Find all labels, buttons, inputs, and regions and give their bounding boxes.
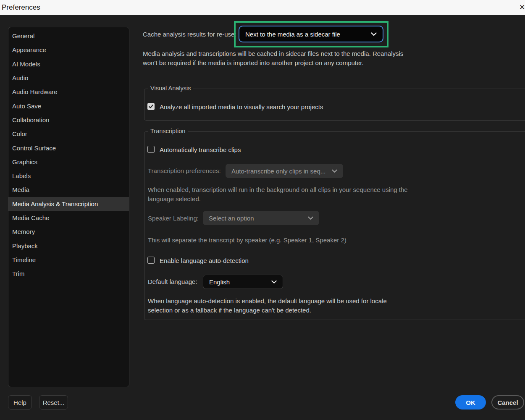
auto-transcribe-checkbox[interactable] — [147, 146, 155, 153]
cache-analysis-dropdown-value: Next to the media as a sidecar file — [245, 31, 340, 38]
close-icon[interactable]: ✕ — [519, 3, 525, 12]
sidebar-item-media-cache[interactable]: Media Cache — [8, 211, 129, 225]
sidebar-item-trim[interactable]: Trim — [8, 267, 129, 281]
sidebar-item-general[interactable]: General — [8, 29, 129, 43]
cache-analysis-dropdown[interactable]: Next to the media as a sidecar file — [239, 26, 383, 42]
sidebar-item-memory[interactable]: Memory — [8, 225, 129, 239]
cache-analysis-label: Cache analysis results for re-use: — [143, 31, 236, 38]
chevron-down-icon — [371, 32, 377, 36]
sidebar-item-color[interactable]: Color — [8, 127, 129, 141]
sidebar-item-audio-hardware[interactable]: Audio Hardware — [8, 85, 129, 99]
dialog-title: Preferences — [0, 3, 40, 12]
speaker-labeling-label: Speaker Labeling: — [148, 215, 199, 222]
default-language-help: When language auto-detection is enabled,… — [148, 297, 400, 315]
sidebar-item-graphics[interactable]: Graphics — [8, 155, 129, 169]
chevron-down-icon — [271, 280, 277, 284]
speaker-labeling-dropdown[interactable]: Select an option — [203, 211, 319, 225]
help-button[interactable]: Help — [8, 395, 32, 410]
language-auto-detection-checkbox[interactable] — [147, 257, 155, 264]
transcription-preferences-label: Transcription preferences: — [148, 167, 221, 174]
transcription-preferences-help: When enabled, transcription will run in … — [148, 185, 410, 203]
checkmark-icon — [149, 105, 153, 108]
dialog-titlebar: Preferences ✕ — [0, 0, 525, 15]
sidebar-item-media-analysis-transcription[interactable]: Media Analysis & Transcription — [8, 197, 129, 211]
sidebar-item-audio[interactable]: Audio — [8, 71, 129, 85]
sidebar-item-media[interactable]: Media — [8, 183, 129, 197]
reset-button[interactable]: Reset... — [39, 395, 68, 410]
sidebar-item-collaboration[interactable]: Collaboration — [8, 113, 129, 127]
speaker-labeling-help: This will separate the transcript by spe… — [148, 236, 417, 245]
chevron-down-icon — [308, 216, 313, 220]
sidebar-item-auto-save[interactable]: Auto Save — [8, 99, 129, 113]
transcription-group: Transcription — [144, 131, 525, 320]
transcription-legend: Transcription — [148, 128, 188, 134]
transcription-preferences-dropdown[interactable]: Auto-transcribe only clips in seq... — [226, 164, 343, 178]
chevron-down-icon — [332, 169, 337, 173]
sidebar-item-appearance[interactable]: Appearance — [8, 43, 129, 57]
visual-analysis-legend: Visual Analysis — [148, 85, 193, 92]
analyze-imported-media-label: Analyze all imported media to visually s… — [160, 103, 323, 110]
default-language-value: English — [209, 278, 230, 286]
sidebar-item-ai-models[interactable]: AI Models — [8, 57, 129, 71]
preferences-category-list: General Appearance AI Models Audio Audio… — [8, 27, 129, 387]
cache-analysis-description: Media analysis and transcriptions will b… — [143, 49, 412, 67]
speaker-labeling-value: Select an option — [209, 215, 254, 222]
default-language-dropdown[interactable]: English — [203, 275, 283, 289]
sidebar-item-timeline[interactable]: Timeline — [8, 253, 129, 267]
analyze-imported-media-checkbox[interactable] — [147, 103, 155, 110]
sidebar-item-playback[interactable]: Playback — [8, 239, 129, 252]
sidebar-item-control-surface[interactable]: Control Surface — [8, 141, 129, 155]
sidebar-item-labels[interactable]: Labels — [8, 169, 129, 183]
default-language-label: Default language: — [148, 278, 197, 285]
ok-button[interactable]: OK — [455, 395, 486, 410]
language-auto-detection-label: Enable language auto-detection — [160, 257, 249, 264]
auto-transcribe-label: Automatically transcribe clips — [160, 146, 241, 153]
transcription-preferences-value: Auto-transcribe only clips in seq... — [231, 168, 326, 175]
cancel-button[interactable]: Cancel — [491, 395, 524, 410]
